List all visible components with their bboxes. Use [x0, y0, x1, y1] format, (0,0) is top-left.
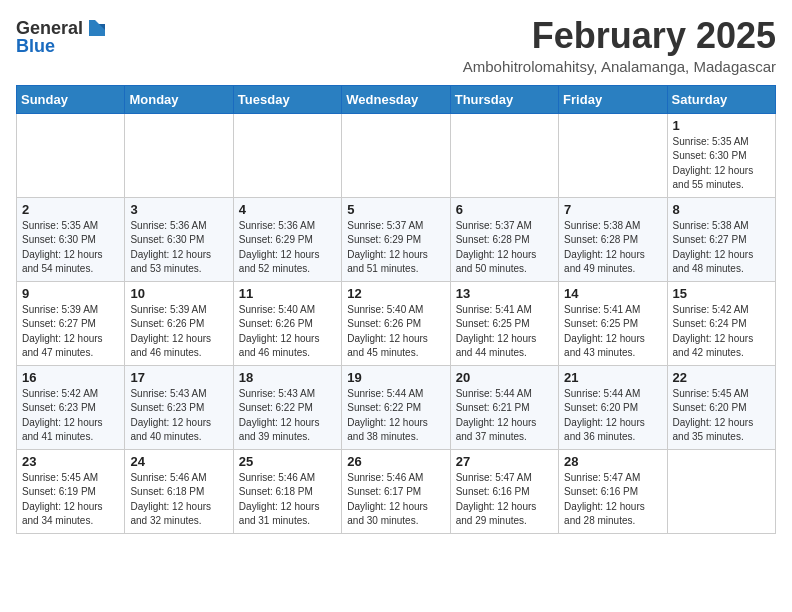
- table-row: 10Sunrise: 5:39 AM Sunset: 6:26 PM Dayli…: [125, 281, 233, 365]
- day-number: 18: [239, 370, 336, 385]
- header-monday: Monday: [125, 85, 233, 113]
- header-tuesday: Tuesday: [233, 85, 341, 113]
- table-row: 18Sunrise: 5:43 AM Sunset: 6:22 PM Dayli…: [233, 365, 341, 449]
- day-info: Sunrise: 5:39 AM Sunset: 6:26 PM Dayligh…: [130, 303, 227, 361]
- month-title: February 2025: [463, 16, 776, 56]
- table-row: [233, 113, 341, 197]
- table-row: 5Sunrise: 5:37 AM Sunset: 6:29 PM Daylig…: [342, 197, 450, 281]
- table-row: 14Sunrise: 5:41 AM Sunset: 6:25 PM Dayli…: [559, 281, 667, 365]
- day-number: 3: [130, 202, 227, 217]
- table-row: 26Sunrise: 5:46 AM Sunset: 6:17 PM Dayli…: [342, 449, 450, 533]
- day-info: Sunrise: 5:35 AM Sunset: 6:30 PM Dayligh…: [673, 135, 770, 193]
- day-info: Sunrise: 5:37 AM Sunset: 6:29 PM Dayligh…: [347, 219, 444, 277]
- day-number: 21: [564, 370, 661, 385]
- day-info: Sunrise: 5:37 AM Sunset: 6:28 PM Dayligh…: [456, 219, 553, 277]
- calendar-header-row: Sunday Monday Tuesday Wednesday Thursday…: [17, 85, 776, 113]
- table-row: 17Sunrise: 5:43 AM Sunset: 6:23 PM Dayli…: [125, 365, 233, 449]
- day-number: 20: [456, 370, 553, 385]
- day-number: 1: [673, 118, 770, 133]
- table-row: 7Sunrise: 5:38 AM Sunset: 6:28 PM Daylig…: [559, 197, 667, 281]
- day-info: Sunrise: 5:46 AM Sunset: 6:18 PM Dayligh…: [239, 471, 336, 529]
- table-row: 28Sunrise: 5:47 AM Sunset: 6:16 PM Dayli…: [559, 449, 667, 533]
- day-info: Sunrise: 5:40 AM Sunset: 6:26 PM Dayligh…: [347, 303, 444, 361]
- header-saturday: Saturday: [667, 85, 775, 113]
- table-row: 20Sunrise: 5:44 AM Sunset: 6:21 PM Dayli…: [450, 365, 558, 449]
- header-thursday: Thursday: [450, 85, 558, 113]
- calendar-table: Sunday Monday Tuesday Wednesday Thursday…: [16, 85, 776, 534]
- day-info: Sunrise: 5:36 AM Sunset: 6:29 PM Dayligh…: [239, 219, 336, 277]
- day-info: Sunrise: 5:40 AM Sunset: 6:26 PM Dayligh…: [239, 303, 336, 361]
- calendar-week-row: 2Sunrise: 5:35 AM Sunset: 6:30 PM Daylig…: [17, 197, 776, 281]
- day-number: 28: [564, 454, 661, 469]
- day-info: Sunrise: 5:43 AM Sunset: 6:23 PM Dayligh…: [130, 387, 227, 445]
- logo: General Blue: [16, 16, 109, 57]
- day-number: 22: [673, 370, 770, 385]
- table-row: 16Sunrise: 5:42 AM Sunset: 6:23 PM Dayli…: [17, 365, 125, 449]
- calendar-week-row: 1Sunrise: 5:35 AM Sunset: 6:30 PM Daylig…: [17, 113, 776, 197]
- day-number: 19: [347, 370, 444, 385]
- day-number: 25: [239, 454, 336, 469]
- table-row: 21Sunrise: 5:44 AM Sunset: 6:20 PM Dayli…: [559, 365, 667, 449]
- table-row: 23Sunrise: 5:45 AM Sunset: 6:19 PM Dayli…: [17, 449, 125, 533]
- day-number: 7: [564, 202, 661, 217]
- table-row: [342, 113, 450, 197]
- day-number: 9: [22, 286, 119, 301]
- table-row: 22Sunrise: 5:45 AM Sunset: 6:20 PM Dayli…: [667, 365, 775, 449]
- table-row: 2Sunrise: 5:35 AM Sunset: 6:30 PM Daylig…: [17, 197, 125, 281]
- table-row: 19Sunrise: 5:44 AM Sunset: 6:22 PM Dayli…: [342, 365, 450, 449]
- day-info: Sunrise: 5:42 AM Sunset: 6:24 PM Dayligh…: [673, 303, 770, 361]
- table-row: [559, 113, 667, 197]
- table-row: 1Sunrise: 5:35 AM Sunset: 6:30 PM Daylig…: [667, 113, 775, 197]
- title-block: February 2025 Ambohitrolomahitsy, Analam…: [463, 16, 776, 75]
- day-number: 13: [456, 286, 553, 301]
- day-info: Sunrise: 5:44 AM Sunset: 6:22 PM Dayligh…: [347, 387, 444, 445]
- logo-blue: Blue: [16, 36, 55, 57]
- table-row: 11Sunrise: 5:40 AM Sunset: 6:26 PM Dayli…: [233, 281, 341, 365]
- day-number: 11: [239, 286, 336, 301]
- day-info: Sunrise: 5:39 AM Sunset: 6:27 PM Dayligh…: [22, 303, 119, 361]
- calendar-week-row: 23Sunrise: 5:45 AM Sunset: 6:19 PM Dayli…: [17, 449, 776, 533]
- day-number: 15: [673, 286, 770, 301]
- day-info: Sunrise: 5:38 AM Sunset: 6:27 PM Dayligh…: [673, 219, 770, 277]
- day-number: 16: [22, 370, 119, 385]
- table-row: 9Sunrise: 5:39 AM Sunset: 6:27 PM Daylig…: [17, 281, 125, 365]
- day-number: 4: [239, 202, 336, 217]
- table-row: 13Sunrise: 5:41 AM Sunset: 6:25 PM Dayli…: [450, 281, 558, 365]
- table-row: [17, 113, 125, 197]
- day-number: 27: [456, 454, 553, 469]
- table-row: 8Sunrise: 5:38 AM Sunset: 6:27 PM Daylig…: [667, 197, 775, 281]
- table-row: [125, 113, 233, 197]
- day-info: Sunrise: 5:35 AM Sunset: 6:30 PM Dayligh…: [22, 219, 119, 277]
- table-row: 24Sunrise: 5:46 AM Sunset: 6:18 PM Dayli…: [125, 449, 233, 533]
- day-info: Sunrise: 5:47 AM Sunset: 6:16 PM Dayligh…: [456, 471, 553, 529]
- table-row: 15Sunrise: 5:42 AM Sunset: 6:24 PM Dayli…: [667, 281, 775, 365]
- day-number: 2: [22, 202, 119, 217]
- day-info: Sunrise: 5:45 AM Sunset: 6:20 PM Dayligh…: [673, 387, 770, 445]
- day-info: Sunrise: 5:36 AM Sunset: 6:30 PM Dayligh…: [130, 219, 227, 277]
- header-wednesday: Wednesday: [342, 85, 450, 113]
- day-number: 24: [130, 454, 227, 469]
- logo-icon: [85, 16, 109, 40]
- day-number: 17: [130, 370, 227, 385]
- day-number: 8: [673, 202, 770, 217]
- calendar-week-row: 16Sunrise: 5:42 AM Sunset: 6:23 PM Dayli…: [17, 365, 776, 449]
- day-info: Sunrise: 5:45 AM Sunset: 6:19 PM Dayligh…: [22, 471, 119, 529]
- table-row: 3Sunrise: 5:36 AM Sunset: 6:30 PM Daylig…: [125, 197, 233, 281]
- day-info: Sunrise: 5:38 AM Sunset: 6:28 PM Dayligh…: [564, 219, 661, 277]
- day-info: Sunrise: 5:41 AM Sunset: 6:25 PM Dayligh…: [456, 303, 553, 361]
- day-number: 26: [347, 454, 444, 469]
- table-row: 6Sunrise: 5:37 AM Sunset: 6:28 PM Daylig…: [450, 197, 558, 281]
- table-row: 25Sunrise: 5:46 AM Sunset: 6:18 PM Dayli…: [233, 449, 341, 533]
- page-header: General Blue February 2025 Ambohitroloma…: [16, 16, 776, 75]
- table-row: [667, 449, 775, 533]
- day-number: 5: [347, 202, 444, 217]
- header-sunday: Sunday: [17, 85, 125, 113]
- day-number: 10: [130, 286, 227, 301]
- table-row: 27Sunrise: 5:47 AM Sunset: 6:16 PM Dayli…: [450, 449, 558, 533]
- table-row: [450, 113, 558, 197]
- day-info: Sunrise: 5:47 AM Sunset: 6:16 PM Dayligh…: [564, 471, 661, 529]
- calendar-week-row: 9Sunrise: 5:39 AM Sunset: 6:27 PM Daylig…: [17, 281, 776, 365]
- svg-marker-0: [89, 20, 105, 36]
- header-friday: Friday: [559, 85, 667, 113]
- day-number: 14: [564, 286, 661, 301]
